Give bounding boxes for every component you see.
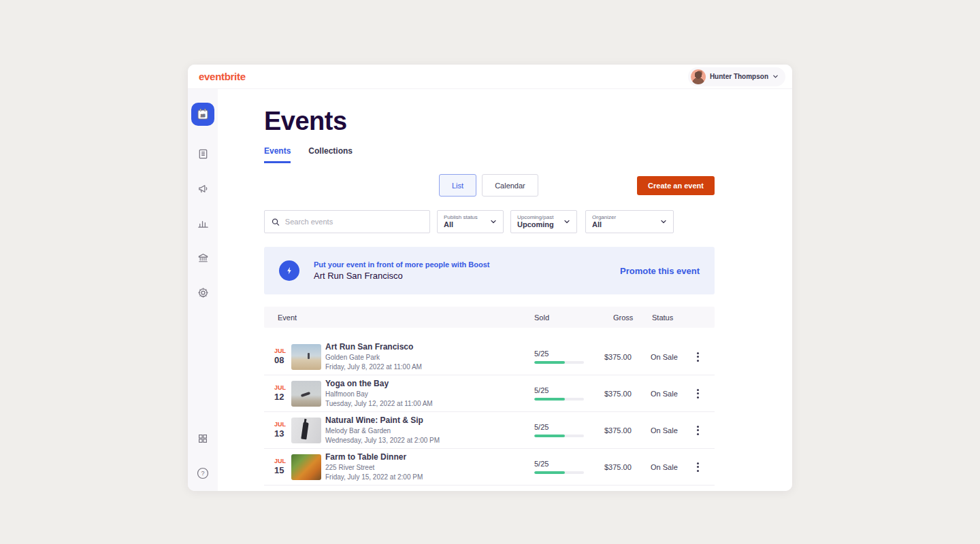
dropdown-value: All bbox=[592, 220, 660, 229]
event-day: 12 bbox=[274, 392, 291, 403]
event-datetime: Wednesday, July 13, 2022 at 2:00 PM bbox=[325, 437, 534, 445]
event-date: JUL 15 bbox=[274, 458, 291, 475]
event-date: JUL 12 bbox=[274, 384, 291, 402]
table-row[interactable]: JUL 13 Natural Wine: Paint & Sip Melody … bbox=[264, 412, 715, 449]
event-day: 08 bbox=[274, 355, 291, 366]
view-toggle: List Calendar bbox=[439, 174, 538, 197]
help-icon: ? bbox=[196, 466, 210, 480]
svg-text:?: ? bbox=[201, 470, 204, 477]
sold-count: 5/25 bbox=[534, 423, 604, 431]
dropdown-value: Upcoming bbox=[517, 220, 564, 229]
sold-count: 5/25 bbox=[534, 350, 604, 358]
publish-status-dropdown[interactable]: Publish status All bbox=[437, 210, 504, 233]
event-venue: Golden Gate Park bbox=[325, 354, 534, 362]
create-event-button[interactable]: Create an event bbox=[637, 176, 715, 195]
event-title[interactable]: Art Run San Francisco bbox=[325, 342, 534, 352]
upcoming-past-dropdown[interactable]: Upcoming/past Upcoming bbox=[510, 210, 577, 233]
sold-progress bbox=[534, 361, 584, 364]
sold-count: 5/25 bbox=[534, 460, 604, 468]
event-month: JUL bbox=[274, 347, 291, 355]
filters-row: Publish status All Upcoming/past Upcomin… bbox=[264, 210, 715, 233]
event-datetime: Tuesday, July 12, 2022 at 11:00 AM bbox=[325, 400, 534, 409]
event-title[interactable]: Yoga on the Bay bbox=[325, 379, 534, 389]
reports-chart-icon bbox=[197, 217, 210, 230]
event-title[interactable]: Farm to Table Dinner bbox=[325, 452, 534, 462]
table-header: Event Sold Gross Status bbox=[264, 307, 715, 328]
event-thumbnail bbox=[291, 491, 321, 492]
event-month: JUL bbox=[274, 384, 291, 392]
event-venue: Melody Bar & Garden bbox=[325, 427, 534, 436]
table-row[interactable]: JUL 08 Art Run San Francisco Golden Gate… bbox=[264, 339, 715, 375]
boost-event-name: Art Run San Francisco bbox=[314, 271, 490, 281]
row-actions-menu-icon[interactable] bbox=[693, 389, 702, 398]
sidebar-item-events[interactable]: 25 bbox=[191, 103, 214, 126]
row-actions-menu-icon[interactable] bbox=[693, 426, 702, 435]
row-actions-menu-icon[interactable] bbox=[693, 462, 702, 472]
sidebar-item-reports[interactable] bbox=[197, 217, 210, 230]
sold-cell: 5/25 bbox=[534, 350, 604, 364]
tab-bar: Events Collections bbox=[264, 146, 715, 163]
app-window: eventbrite Hunter Thompson 25 bbox=[188, 65, 792, 491]
event-venue: 225 River Street bbox=[325, 464, 534, 473]
sidebar-item-marketing[interactable] bbox=[197, 182, 210, 195]
chevron-down-icon bbox=[564, 218, 570, 225]
sold-progress bbox=[534, 398, 584, 401]
sidebar-item-help[interactable]: ? bbox=[196, 466, 210, 480]
event-thumbnail bbox=[291, 454, 321, 480]
sold-cell: 5/25 bbox=[534, 423, 604, 437]
column-header-event: Event bbox=[278, 313, 534, 322]
promote-event-link[interactable]: Promote this event bbox=[620, 266, 700, 276]
status-badge: On Sale bbox=[651, 353, 693, 361]
event-datetime: Friday, July 8, 2022 at 11:00 AM bbox=[325, 363, 534, 372]
organizer-dropdown[interactable]: Organizer All bbox=[585, 210, 674, 233]
topbar: eventbrite Hunter Thompson bbox=[188, 65, 792, 89]
sidebar-item-settings[interactable] bbox=[197, 286, 210, 299]
tab-collections[interactable]: Collections bbox=[308, 146, 353, 163]
list-view-button[interactable]: List bbox=[439, 174, 476, 197]
user-name: Hunter Thompson bbox=[710, 73, 768, 80]
event-month: JUL bbox=[274, 458, 291, 465]
column-header-sold: Sold bbox=[534, 313, 604, 322]
finance-bank-icon bbox=[197, 252, 210, 265]
gross-amount: $375.00 bbox=[604, 463, 651, 471]
page-title: Events bbox=[264, 107, 715, 135]
marketing-megaphone-icon bbox=[197, 182, 210, 195]
table-row[interactable]: JUL Midnight Rooftop Meditation 5/25 $37… bbox=[264, 486, 715, 491]
avatar bbox=[691, 69, 706, 84]
sold-cell: 5/25 bbox=[534, 386, 604, 401]
calendar-view-button[interactable]: Calendar bbox=[482, 174, 538, 197]
event-month: JUL bbox=[274, 421, 291, 428]
status-badge: On Sale bbox=[651, 463, 693, 471]
boost-bolt-badge bbox=[279, 260, 299, 281]
event-day: 13 bbox=[274, 428, 291, 439]
tab-events[interactable]: Events bbox=[264, 146, 291, 163]
table-row[interactable]: JUL 12 Yoga on the Bay Halfmoon Bay Tues… bbox=[264, 375, 715, 412]
main-content: Events Events Collections List Calendar … bbox=[218, 89, 792, 491]
boost-banner: Put your event in front of more people w… bbox=[264, 247, 715, 294]
sidebar-item-apps[interactable] bbox=[197, 432, 209, 445]
dropdown-label: Publish status bbox=[444, 214, 490, 220]
lightning-bolt-icon bbox=[284, 266, 294, 275]
event-list: JUL 08 Art Run San Francisco Golden Gate… bbox=[264, 339, 715, 491]
event-title[interactable]: Natural Wine: Paint & Sip bbox=[325, 415, 534, 426]
dropdown-label: Organizer bbox=[592, 214, 660, 220]
sidebar-nav: 25 bbox=[188, 89, 218, 491]
row-actions-menu-icon[interactable] bbox=[693, 352, 702, 362]
table-row[interactable]: JUL 15 Farm to Table Dinner 225 River St… bbox=[264, 449, 715, 486]
sold-progress bbox=[534, 435, 584, 437]
apps-grid-icon bbox=[197, 432, 209, 445]
event-date: JUL 13 bbox=[274, 421, 291, 439]
event-venue: Halfmoon Bay bbox=[325, 390, 534, 399]
search-box[interactable] bbox=[264, 210, 430, 233]
search-input[interactable] bbox=[285, 218, 423, 226]
gross-amount: $375.00 bbox=[604, 353, 651, 361]
eventbrite-logo[interactable]: eventbrite bbox=[199, 71, 246, 82]
sidebar-item-finance[interactable] bbox=[197, 252, 210, 265]
event-date: JUL 08 bbox=[274, 347, 291, 365]
sidebar-item-orders[interactable] bbox=[197, 148, 210, 160]
event-datetime: Friday, July 15, 2022 at 2:00 PM bbox=[325, 473, 534, 482]
calendar-icon: 25 bbox=[196, 107, 210, 121]
search-icon bbox=[272, 218, 280, 226]
dropdown-label: Upcoming/past bbox=[517, 214, 564, 220]
user-menu[interactable]: Hunter Thompson bbox=[688, 67, 785, 86]
